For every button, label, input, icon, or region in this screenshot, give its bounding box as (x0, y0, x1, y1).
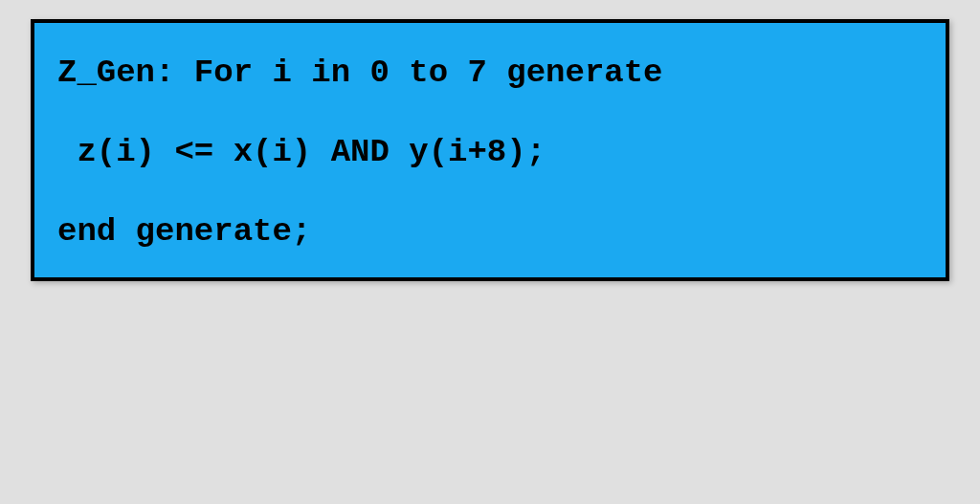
blank-line-1 (57, 93, 923, 133)
blank-line-2 (57, 172, 923, 212)
code-box: Z_Gen: For i in 0 to 7 generate z(i) <= … (31, 19, 949, 281)
code-line-3: end generate; (57, 212, 923, 252)
code-line-1: Z_Gen: For i in 0 to 7 generate (57, 54, 923, 93)
code-line-2: z(i) <= x(i) AND y(i+8); (57, 133, 923, 172)
